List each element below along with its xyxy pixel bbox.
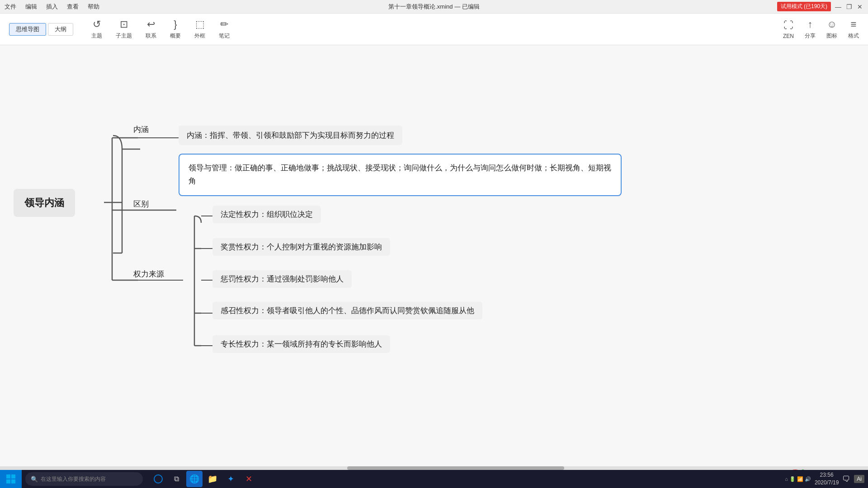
view-outline-button[interactable]: 大纲 bbox=[48, 23, 73, 36]
taskbar-explorer[interactable]: 📁 bbox=[204, 471, 221, 487]
zen-label: ZEN bbox=[783, 33, 794, 39]
titlebar-title: 第十一章领导概论.xmind — 已编辑 bbox=[388, 3, 480, 11]
tool-boundary-label: 外框 bbox=[194, 32, 205, 40]
node-qubie-text[interactable]: 领导与管理：做正确的事、正确地做事；挑战现状、接受现状；询问做什么，为什么与询问… bbox=[179, 154, 622, 196]
node-power-label: 权力来源 bbox=[133, 269, 164, 279]
titlebar: 文件 编辑 插入 查看 帮助 第十一章领导概论.xmind — 已编辑 试用模式… bbox=[0, 0, 868, 14]
view-mindmap-button[interactable]: 思维导图 bbox=[9, 23, 46, 36]
close-button[interactable]: ✕ bbox=[856, 3, 863, 10]
toolbar: 思维导图 大纲 ↺ 主题 ⊡ 子主题 ↩ 联系 } 概要 ⬚ 外框 ✏ 笔记 ⛶ bbox=[0, 14, 868, 45]
menu-help[interactable]: 帮助 bbox=[88, 3, 99, 11]
taskbar-clock: 23:56 2020/7/19 bbox=[815, 471, 839, 487]
summary-icon: } bbox=[174, 19, 177, 30]
explorer-icon: 📁 bbox=[208, 474, 217, 484]
taskbar-app1[interactable]: ✦ bbox=[222, 471, 239, 487]
format-label: 格式 bbox=[848, 32, 859, 40]
taskbar-cortana[interactable] bbox=[150, 471, 166, 487]
zen-icon: ⛶ bbox=[783, 19, 793, 31]
notification-icon[interactable]: 🗨 bbox=[842, 474, 850, 484]
clock-time: 23:56 bbox=[815, 471, 839, 479]
relation-icon: ↩ bbox=[147, 19, 155, 30]
taskbar-xmind[interactable]: ✕ bbox=[241, 471, 257, 487]
central-node[interactable]: 领导内涵 bbox=[14, 189, 75, 217]
topic-icon: ↺ bbox=[93, 19, 101, 30]
format-icon: ≡ bbox=[851, 19, 857, 30]
emoji-label: 图标 bbox=[826, 32, 837, 40]
taskbar-search-box[interactable]: 🔍 在这里输入你要搜索的内容 bbox=[25, 472, 143, 486]
tool-format[interactable]: ≡ 格式 bbox=[848, 19, 859, 40]
trial-badge: 试用模式 (已190天) bbox=[777, 2, 831, 11]
share-icon: ↑ bbox=[808, 19, 813, 30]
node-power3[interactable]: 惩罚性权力：通过强制处罚影响他人 bbox=[212, 270, 352, 288]
node-power4[interactable]: 感召性权力：领导者吸引他人的个性、品德作风而认同赞赏钦佩追随服从他 bbox=[212, 302, 482, 319]
tool-topic-label: 主题 bbox=[91, 32, 102, 40]
svg-rect-18 bbox=[6, 479, 10, 483]
node-power5[interactable]: 专长性权力：某一领域所持有的专长而影响他人 bbox=[212, 335, 390, 353]
xmind-icon: ✕ bbox=[245, 474, 252, 484]
taskbar-browser[interactable]: 🌐 bbox=[186, 471, 203, 487]
cortana-icon bbox=[154, 474, 163, 483]
view-switcher: 思维导图 大纲 bbox=[9, 23, 73, 36]
tool-share[interactable]: ↑ 分享 bbox=[805, 19, 816, 40]
tool-subtopic-label: 子主题 bbox=[116, 32, 132, 40]
scrollbar-horizontal[interactable] bbox=[0, 466, 868, 470]
tool-topic[interactable]: ↺ 主题 bbox=[91, 19, 102, 40]
svg-rect-19 bbox=[11, 479, 15, 483]
tool-relation[interactable]: ↩ 联系 bbox=[146, 19, 156, 40]
tool-relation-label: 联系 bbox=[146, 32, 156, 40]
node-power2[interactable]: 奖赏性权力：个人控制对方重视的资源施加影响 bbox=[212, 238, 390, 256]
menu-insert[interactable]: 插入 bbox=[46, 3, 58, 11]
taskbar: 🔍 在这里输入你要搜索的内容 ⧉ 🌐 📁 ✦ ✕ ⌂ 🔋 📶 🔊 23:56 2… bbox=[0, 470, 868, 488]
tool-zen[interactable]: ⛶ ZEN bbox=[783, 19, 794, 39]
tool-summary[interactable]: } 概要 bbox=[170, 19, 181, 40]
tray-icons: ⌂ 🔋 📶 🔊 bbox=[785, 476, 811, 482]
taskbar-task-view[interactable]: ⧉ bbox=[168, 471, 184, 487]
node-neihan-text[interactable]: 内涵：指挥、带领、引领和鼓励部下为实现目标而努力的过程 bbox=[179, 126, 402, 145]
subtopic-icon: ⊡ bbox=[120, 19, 128, 30]
menu-view[interactable]: 查看 bbox=[67, 3, 79, 11]
scrollbar-horizontal-thumb[interactable] bbox=[347, 466, 564, 470]
tool-summary-label: 概要 bbox=[170, 32, 181, 40]
taskbar-system-tray: ⌂ 🔋 📶 🔊 23:56 2020/7/19 🗨 Ai bbox=[785, 471, 868, 487]
ai-label: Ai bbox=[854, 475, 864, 483]
share-label: 分享 bbox=[805, 32, 816, 40]
node-qubie-label: 区别 bbox=[133, 199, 149, 209]
emoji-icon: ☺ bbox=[827, 19, 837, 30]
app1-icon: ✦ bbox=[227, 474, 234, 484]
taskview-icon: ⧉ bbox=[174, 475, 179, 483]
titlebar-menu: 文件 编辑 插入 查看 帮助 bbox=[5, 3, 99, 11]
tool-boundary[interactable]: ⬚ 外框 bbox=[194, 19, 205, 40]
tool-subtopic[interactable]: ⊡ 子主题 bbox=[116, 19, 132, 40]
titlebar-controls: 试用模式 (已190天) — ❐ ✕ bbox=[777, 2, 863, 11]
tool-note[interactable]: ✏ 笔记 bbox=[219, 19, 230, 40]
browser-icon: 🌐 bbox=[189, 474, 199, 484]
node-power1[interactable]: 法定性权力：组织职位决定 bbox=[212, 206, 321, 223]
taskbar-pinned-items: ⧉ 🌐 📁 ✦ ✕ bbox=[150, 471, 257, 487]
svg-rect-17 bbox=[11, 474, 15, 479]
canvas-area[interactable]: 领导内涵 内涵 内涵：指挥、带领、引领和鼓励部下为实现目标而努力的过程 区别 领… bbox=[0, 45, 868, 470]
node-neihan-label: 内涵 bbox=[133, 124, 149, 135]
clock-date: 2020/7/19 bbox=[815, 479, 839, 487]
tool-emoji[interactable]: ☺ 图标 bbox=[826, 19, 837, 40]
minimize-button[interactable]: — bbox=[835, 3, 842, 10]
restore-button[interactable]: ❐ bbox=[845, 3, 853, 10]
windows-logo-icon bbox=[6, 474, 15, 483]
search-icon: 🔍 bbox=[31, 476, 38, 483]
start-button[interactable] bbox=[0, 470, 22, 488]
menu-edit[interactable]: 编辑 bbox=[25, 3, 37, 11]
boundary-icon: ⬚ bbox=[195, 19, 205, 30]
menu-file[interactable]: 文件 bbox=[5, 3, 16, 11]
toolbar-right: ⛶ ZEN ↑ 分享 ☺ 图标 ≡ 格式 bbox=[783, 19, 859, 40]
svg-rect-16 bbox=[6, 474, 10, 479]
note-icon: ✏ bbox=[220, 19, 228, 30]
toolbar-tools: ↺ 主题 ⊡ 子主题 ↩ 联系 } 概要 ⬚ 外框 ✏ 笔记 bbox=[91, 19, 783, 40]
tool-note-label: 笔记 bbox=[219, 32, 230, 40]
search-placeholder-text: 在这里输入你要搜索的内容 bbox=[41, 475, 106, 483]
